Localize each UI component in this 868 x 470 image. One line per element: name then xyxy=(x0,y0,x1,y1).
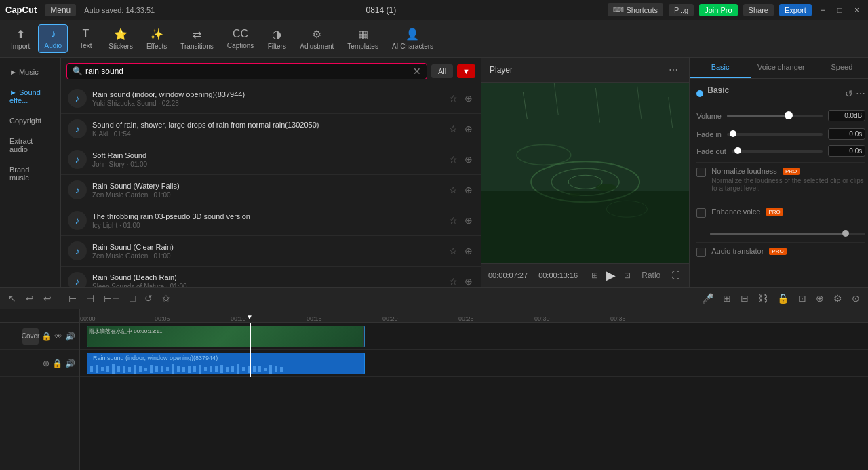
reset-button[interactable]: ↺ xyxy=(845,88,853,99)
paste-button[interactable]: ⊕ xyxy=(813,292,827,305)
delete-button[interactable]: □ xyxy=(127,292,138,305)
marker-button[interactable]: ✩ xyxy=(159,292,173,305)
tool-stickers[interactable]: ⭐ Stickers xyxy=(103,25,138,53)
add-audio-button[interactable]: ⊕ xyxy=(463,153,474,166)
player-settings-button[interactable]: ⋯ xyxy=(666,63,681,77)
select-tool-button[interactable]: ↖ xyxy=(5,292,19,305)
playhead[interactable] xyxy=(250,323,251,377)
add-audio-button[interactable]: ⊕ xyxy=(463,214,474,227)
add-audio-button[interactable]: ⊕ xyxy=(463,244,474,258)
enhance-voice-slider[interactable] xyxy=(710,233,865,235)
add-audio-button[interactable]: ⊕ xyxy=(463,92,474,105)
tool-effects[interactable]: ✨ Effects xyxy=(141,25,172,53)
tool-ai-characters[interactable]: 👤 AI Characters xyxy=(387,25,439,53)
normalize-checkbox[interactable] xyxy=(696,168,706,177)
tool-import[interactable]: ⬆ Import xyxy=(5,25,35,53)
play-button[interactable]: ▶ xyxy=(606,268,616,283)
sidebar-item-brand-music[interactable]: Brand music xyxy=(3,160,58,187)
add-audio-button[interactable]: ⊕ xyxy=(463,183,474,197)
audio-volume-icon[interactable]: 🔊 xyxy=(65,359,75,368)
minimize-button[interactable]: − xyxy=(817,4,829,16)
volume-value-input[interactable] xyxy=(828,110,865,121)
search-input[interactable] xyxy=(85,66,413,76)
close-button[interactable]: × xyxy=(851,4,863,16)
all-filter-button[interactable]: All xyxy=(431,64,453,78)
fullscreen-snapshot-button[interactable]: ⊡ xyxy=(621,269,633,281)
search-input-wrap[interactable]: 🔍 ✕ xyxy=(66,63,427,79)
mic-button[interactable]: 🎤 xyxy=(699,292,716,305)
lock-button[interactable]: 🔒 xyxy=(774,292,791,305)
favorite-button[interactable]: ☆ xyxy=(448,122,459,136)
sidebar-item-extract-audio[interactable]: Extract audio xyxy=(3,132,58,159)
enhance-voice-checkbox[interactable] xyxy=(696,208,706,218)
settings-button[interactable]: ⚙ xyxy=(831,292,845,305)
split-audio-button[interactable]: ⊟ xyxy=(738,292,751,305)
tab-basic[interactable]: Basic xyxy=(690,58,751,78)
sidebar-item-music[interactable]: ► Music xyxy=(3,62,58,81)
track-hide-icon[interactable]: 👁 xyxy=(54,332,62,341)
favorite-button[interactable]: ☆ xyxy=(448,214,459,227)
tab-speed[interactable]: Speed xyxy=(812,58,868,78)
export-button[interactable]: Export xyxy=(779,4,812,16)
fade-in-slider[interactable] xyxy=(727,133,823,136)
tool-filters[interactable]: ◑ Filters xyxy=(262,25,292,53)
more-button[interactable]: ⋯ xyxy=(856,88,865,99)
filter-button[interactable]: ▼ xyxy=(457,64,475,78)
audio-clip[interactable]: Rain sound (indoor, window opening)(8379… xyxy=(87,353,365,374)
tool-audio[interactable]: ♪ Audio xyxy=(38,24,68,53)
main-area: ► Music ► Sound effe... Copyright Extrac… xyxy=(0,58,868,287)
audio-item[interactable]: ♪ Sound of rain, shower, large drops of … xyxy=(61,114,481,144)
ratio-button[interactable]: Ratio xyxy=(639,269,663,281)
tab-voice-changer[interactable]: Voice changer xyxy=(751,58,812,78)
tool-adjustment[interactable]: ⚙ Adjustment xyxy=(294,25,339,53)
trim-end-button[interactable]: ⊢⊣ xyxy=(101,292,123,305)
favorite-button[interactable]: ☆ xyxy=(448,92,459,105)
fullscreen-button[interactable]: ⛶ xyxy=(669,269,682,281)
favorite-button[interactable]: ☆ xyxy=(448,183,459,197)
snap-button[interactable]: ⊞ xyxy=(720,292,734,305)
volume-slider[interactable] xyxy=(727,115,823,117)
track-volume-icon[interactable]: 🔊 xyxy=(65,332,75,341)
track-lock-icon[interactable]: 🔒 xyxy=(41,332,52,341)
add-audio-button[interactable]: ⊕ xyxy=(463,122,474,136)
zoom-button[interactable]: ⊙ xyxy=(849,292,863,305)
undo-button[interactable]: ↩ xyxy=(23,292,37,305)
favorite-button[interactable]: ☆ xyxy=(448,275,459,287)
copy-button[interactable]: ⊡ xyxy=(795,292,809,305)
sidebar-item-sound-effects[interactable]: ► Sound effe... xyxy=(3,83,58,110)
grid-view-button[interactable]: ⊞ xyxy=(589,269,601,281)
redo-button[interactable]: ↩ xyxy=(41,292,54,305)
audio-item[interactable]: ♪ Rain Sound (Clear Rain) Zen Music Gard… xyxy=(61,236,481,267)
audio-lock-icon[interactable]: 🔒 xyxy=(52,359,62,368)
tool-text[interactable]: T Text xyxy=(71,25,100,52)
link-button[interactable]: ⛓ xyxy=(755,292,770,305)
favorite-button[interactable]: ☆ xyxy=(448,244,459,258)
trim-start-button[interactable]: ⊣ xyxy=(83,292,97,305)
tool-captions[interactable]: CC Captions xyxy=(222,25,259,52)
join-pro-button[interactable]: Join Pro xyxy=(699,4,737,16)
audio-item[interactable]: ♪ Rain Sound (Beach Rain) Sleep Sounds o… xyxy=(61,267,481,287)
search-clear-icon[interactable]: ✕ xyxy=(413,66,421,77)
add-audio-button[interactable]: ⊕ xyxy=(463,275,474,287)
shortcuts-button[interactable]: ⌨ Shortcuts xyxy=(608,3,663,16)
fade-out-slider[interactable] xyxy=(732,150,823,153)
audio-add-icon[interactable]: ⊕ xyxy=(43,359,50,368)
freeze-button[interactable]: ↺ xyxy=(142,292,155,305)
menu-button[interactable]: Menu xyxy=(45,4,76,16)
audio-translator-checkbox[interactable] xyxy=(696,248,706,257)
maximize-button[interactable]: □ xyxy=(834,4,846,16)
favorite-button[interactable]: ☆ xyxy=(448,153,459,166)
fade-in-value-input[interactable] xyxy=(828,128,865,140)
split-button[interactable]: ⊢ xyxy=(66,292,79,305)
fade-out-value-input[interactable] xyxy=(828,145,865,157)
share-button[interactable]: Share xyxy=(743,4,774,16)
profile-button[interactable]: P...g xyxy=(669,4,694,16)
audio-item[interactable]: ♪ Rain Sound (Watery Falls) Zen Music Ga… xyxy=(61,175,481,205)
tool-transitions[interactable]: ⇄ Transitions xyxy=(175,25,219,53)
tool-templates[interactable]: ▦ Templates xyxy=(342,25,384,53)
sidebar-item-copyright[interactable]: Copyright xyxy=(3,111,58,130)
audio-item[interactable]: ♪ Rain sound (indoor, window opening)(83… xyxy=(61,83,481,114)
video-clip[interactable]: 雨水滴落在水缸中 00:00:13:11 xyxy=(87,326,365,347)
audio-item[interactable]: ♪ Soft Rain Sound John Story · 01:00 ☆ ⊕ xyxy=(61,144,481,175)
audio-item[interactable]: ♪ The throbbing rain 03-pseudo 3D sound … xyxy=(61,205,481,236)
